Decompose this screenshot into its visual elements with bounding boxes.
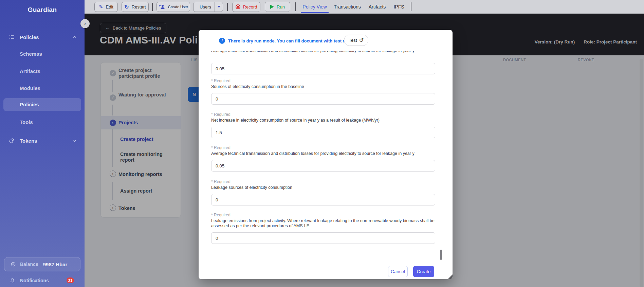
required-marker: * Required — [211, 179, 435, 184]
sidebar-item-policies[interactable]: Policies — [3, 98, 81, 111]
field-label: Leakage emissions from project activity.… — [211, 218, 435, 229]
chevron-down-icon — [72, 138, 77, 143]
test-label: Test — [349, 38, 357, 43]
tab-artifacts[interactable]: Artifacts — [368, 0, 386, 14]
edit-button[interactable]: ✎ Edit — [94, 2, 118, 12]
field-input-1[interactable] — [211, 63, 435, 74]
field-label: Average technical transmission and distr… — [211, 151, 435, 156]
field-input-2[interactable] — [211, 93, 435, 105]
tab-ipfs[interactable]: IPFS — [393, 0, 405, 14]
field-label: Sources of electricity consumption in th… — [211, 84, 435, 89]
toolbar-divider — [152, 3, 153, 11]
restart-button[interactable]: ↻ Restart — [122, 2, 149, 12]
form-field: * Required Net increase in electricity c… — [211, 112, 435, 138]
sidebar-item-modules[interactable]: Modules — [20, 85, 40, 91]
create-user-button[interactable]: Create User — [157, 2, 190, 12]
field-input-3[interactable] — [211, 127, 435, 138]
sidebar-item-policies-group[interactable]: Policies — [0, 31, 85, 43]
restart-label: Restart — [132, 4, 146, 10]
sidebar-collapse-button[interactable]: ‹ — [80, 19, 90, 28]
modal-scrollbar-track[interactable] — [441, 51, 441, 271]
sidebar-group-label: Policies — [20, 34, 39, 40]
field-label: Leakage sources of electricity consumpti… — [211, 185, 435, 190]
sidebar-item-artifacts[interactable]: Artifacts — [20, 68, 40, 74]
required-marker: * Required — [211, 145, 435, 150]
tab-transactions[interactable]: Transactions — [334, 0, 361, 14]
required-marker: * Required — [211, 213, 435, 218]
toolbar-divider — [227, 3, 228, 11]
dry-run-info-text: There is dry run mode. You can fill docu… — [228, 38, 353, 43]
sidebar: Guardian Policies Schemas Artifacts Modu… — [0, 0, 85, 287]
users-label: Users — [200, 4, 211, 10]
modal-scrollbar-thumb[interactable] — [440, 250, 442, 260]
field-input-4[interactable] — [211, 160, 435, 172]
play-icon — [270, 5, 274, 9]
balance-pill: Balance 9987 Hbar — [4, 257, 80, 271]
users-dropdown-button[interactable]: Users — [193, 2, 223, 12]
toolbar-divider — [411, 2, 411, 11]
clipped-field-label: Average technical transmission and distr… — [211, 51, 435, 54]
form-field — [211, 59, 435, 74]
notifications-item[interactable]: Notifications 21 — [0, 276, 85, 285]
balance-label: Balance — [20, 262, 38, 267]
coin-icon — [11, 262, 16, 267]
history-icon: ↺ — [359, 37, 364, 43]
list-icon — [9, 34, 15, 40]
sidebar-item-label: Policies — [20, 102, 39, 107]
tab-policy-view[interactable]: Policy View — [301, 0, 328, 14]
app-logo: Guardian — [0, 6, 85, 14]
create-project-dialog: i There is dry run mode. You can fill do… — [199, 30, 453, 279]
create-user-label: Create User — [168, 5, 188, 9]
sidebar-item-tokens-group[interactable]: Tokens — [0, 135, 85, 146]
record-button[interactable]: Record — [232, 2, 260, 12]
required-marker: * Required — [211, 112, 435, 117]
restart-icon: ↻ — [124, 4, 129, 10]
balance-value: 9987 Hbar — [43, 262, 68, 267]
notifications-badge: 21 — [67, 277, 74, 283]
create-button[interactable]: Create — [413, 266, 434, 277]
form-field: * Required Average technical transmissio… — [211, 145, 435, 172]
form-field: * Required Sources of electricity consum… — [211, 78, 435, 105]
edit-label: Edit — [106, 4, 113, 10]
sidebar-item-schemas[interactable]: Schemas — [20, 51, 42, 57]
notifications-label: Notifications — [20, 278, 49, 283]
form-field: * Required Leakage emissions from projec… — [211, 213, 435, 244]
toolbar-divider — [295, 2, 296, 11]
chevron-left-icon: ‹ — [84, 21, 86, 26]
run-label: Run — [277, 4, 285, 10]
caret-down-icon — [217, 6, 221, 8]
sidebar-item-tools[interactable]: Tools — [20, 119, 33, 125]
run-button[interactable]: Run — [265, 2, 290, 12]
dry-run-toolbar: ✎ Edit ↻ Restart Create User Users Recor… — [85, 0, 644, 14]
info-icon: i — [219, 38, 225, 44]
field-input-6[interactable] — [211, 232, 435, 244]
bell-icon — [10, 278, 15, 284]
fill-test-data-button[interactable]: Test ↺ — [344, 35, 368, 46]
form-field: * Required Leakage sources of electricit… — [211, 179, 435, 205]
person-plus-icon — [159, 4, 165, 10]
cancel-button[interactable]: Cancel — [388, 266, 408, 277]
tokens-icon — [9, 138, 15, 144]
pencil-icon: ✎ — [99, 4, 103, 10]
chevron-up-icon — [72, 35, 77, 39]
sidebar-group-label: Tokens — [20, 138, 37, 144]
field-input-5[interactable] — [211, 194, 435, 205]
field-label: Net increase in electricity consumption … — [211, 118, 435, 123]
record-icon — [236, 4, 240, 9]
record-label: Record — [243, 4, 257, 10]
users-caret-section[interactable] — [215, 2, 223, 12]
required-marker: * Required — [211, 78, 435, 84]
